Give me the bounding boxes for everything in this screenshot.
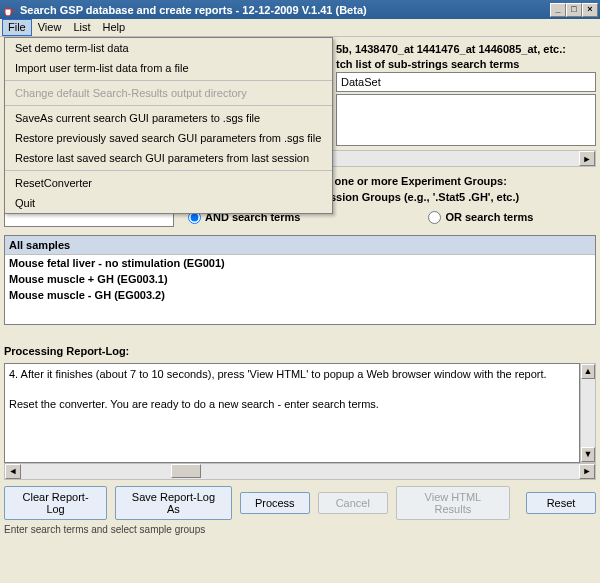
list-item[interactable]: Mouse muscle + GH (EG003.1) [5,271,595,287]
menu-separator [5,170,332,171]
menu-view[interactable]: View [32,19,68,36]
log-vscroll[interactable]: ▲ ▼ [580,363,596,463]
scroll-down-icon[interactable]: ▼ [581,447,595,462]
scroll-left-icon[interactable]: ◄ [5,464,21,479]
menu-help[interactable]: Help [97,19,132,36]
menu-separator [5,80,332,81]
scroll-thumb[interactable] [171,464,201,478]
file-quit[interactable]: Quit [5,193,332,213]
list-item[interactable]: Mouse fetal liver - no stimulation (EG00… [5,255,595,271]
maximize-button[interactable]: □ [566,3,582,17]
file-restore-prev[interactable]: Restore previously saved search GUI para… [5,128,332,148]
file-set-demo[interactable]: Set demo term-list data [5,38,332,58]
step1-panel [336,94,596,146]
log-line: 4. After it finishes (about 7 to 10 seco… [9,368,575,380]
menu-separator [5,105,332,106]
or-radio-text: OR search terms [445,211,533,223]
log-hscroll[interactable]: ◄ ► [4,463,596,480]
scroll-up-icon[interactable]: ▲ [581,364,595,379]
clear-log-button[interactable]: Clear Report-Log [4,486,107,520]
button-row: Clear Report-Log Save Report-Log As Proc… [0,480,600,522]
cancel-button: Cancel [318,492,388,514]
minimize-button[interactable]: _ [550,3,566,17]
menu-file[interactable]: File [2,19,32,36]
dataset-input[interactable] [341,76,591,88]
view-html-button: View HTML Results [396,486,510,520]
file-import-terms[interactable]: Import user term-list data from a file [5,58,332,78]
menu-list[interactable]: List [67,19,96,36]
java-cup-icon [2,3,16,17]
or-radio[interactable] [428,211,441,224]
process-button[interactable]: Process [240,492,310,514]
processing-label: Processing Report-Log: [4,345,596,357]
status-bar: Enter search terms and select sample gro… [0,522,600,537]
report-log[interactable]: 4. After it finishes (about 7 to 10 seco… [4,363,580,463]
file-dropdown: Set demo term-list data Import user term… [4,37,333,214]
close-button[interactable]: × [582,3,598,17]
list-item[interactable]: Mouse muscle - GH (EG003.2) [5,287,595,303]
scroll-track[interactable] [21,464,579,479]
dataset-input-wrap[interactable] [336,72,596,92]
file-reset-converter[interactable]: ResetConverter [5,173,332,193]
window-buttons: _ □ × [550,3,598,17]
file-restore-last[interactable]: Restore last saved search GUI parameters… [5,148,332,168]
scroll-right-icon[interactable]: ► [579,151,595,166]
window-title: Search GSP database and create reports -… [20,4,550,16]
scroll-right-icon[interactable]: ► [579,464,595,479]
reset-button[interactable]: Reset [526,492,596,514]
log-line: Reset the converter. You are ready to do… [9,398,575,410]
save-log-button[interactable]: Save Report-Log As [115,486,232,520]
menu-bar: File View List Help [0,19,600,37]
file-saveas-sgs[interactable]: SaveAs current search GUI parameters to … [5,108,332,128]
log-wrap: 4. After it finishes (about 7 to 10 seco… [4,363,596,463]
samples-header[interactable]: All samples [5,236,595,255]
samples-list[interactable]: All samples Mouse fetal liver - no stimu… [4,235,596,325]
file-change-dir: Change default Search-Results output dir… [5,83,332,103]
title-bar: Search GSP database and create reports -… [0,0,600,19]
or-radio-label[interactable]: OR search terms [428,211,533,224]
